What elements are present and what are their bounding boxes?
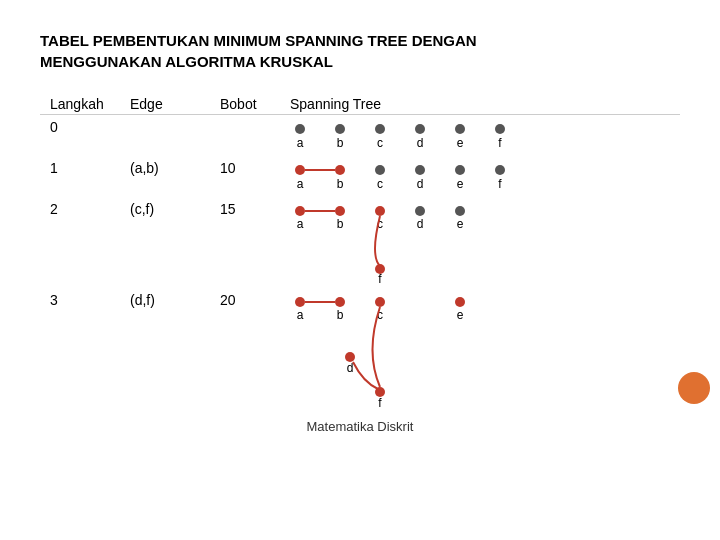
bobot-3: 20 (210, 288, 280, 409)
svg-text:b: b (337, 177, 344, 191)
svg-text:e: e (457, 177, 464, 191)
svg-point-32 (415, 206, 425, 216)
page-container: Tabel Pembentukan Minimum Spanning Tree … (0, 0, 720, 454)
svg-point-15 (335, 165, 345, 175)
graph-3: a b c e d (280, 288, 680, 409)
svg-point-23 (495, 165, 505, 175)
graph-2: a b c d e (280, 197, 680, 288)
svg-text:d: d (417, 217, 424, 231)
svg-text:c: c (377, 136, 383, 150)
svg-point-8 (455, 124, 465, 134)
svg-point-45 (455, 297, 465, 307)
svg-text:d: d (417, 177, 424, 191)
main-table: Langkah Edge Bobot Spanning Tree 0 a (40, 92, 680, 409)
table-row: 3 (d,f) 20 a b c (40, 288, 680, 409)
svg-point-25 (295, 206, 305, 216)
step-3: 3 (40, 288, 120, 409)
svg-text:e: e (457, 308, 464, 322)
edge-1: (a,b) (120, 156, 210, 197)
svg-point-0 (295, 124, 305, 134)
svg-text:b: b (337, 308, 344, 322)
svg-text:f: f (378, 396, 382, 410)
svg-text:a: a (297, 177, 304, 191)
orange-circle-decoration[interactable] (678, 372, 710, 404)
edge-3: (d,f) (120, 288, 210, 409)
step-2: 2 (40, 197, 120, 288)
footer-text: Matematika Diskrit (40, 419, 680, 434)
svg-point-34 (455, 206, 465, 216)
header-edge: Edge (120, 92, 210, 115)
step-1: 1 (40, 156, 120, 197)
bobot-0 (210, 115, 280, 157)
svg-text:d: d (347, 361, 354, 375)
svg-text:e: e (457, 136, 464, 150)
graph-svg-1: a b c d e f (290, 160, 530, 190)
svg-point-10 (495, 124, 505, 134)
svg-point-19 (415, 165, 425, 175)
svg-point-43 (375, 297, 385, 307)
svg-text:b: b (337, 136, 344, 150)
header-bobot: Bobot (210, 92, 280, 115)
header-langkah: Langkah (40, 92, 120, 115)
svg-text:e: e (457, 217, 464, 231)
svg-text:f: f (498, 136, 502, 150)
step-0: 0 (40, 115, 120, 157)
svg-point-21 (455, 165, 465, 175)
svg-text:f: f (378, 272, 382, 286)
table-row: 1 (a,b) 10 a b c d (40, 156, 680, 197)
svg-text:b: b (337, 217, 344, 231)
header-spanning: Spanning Tree (280, 92, 680, 115)
svg-point-28 (335, 206, 345, 216)
edge-2: (c,f) (120, 197, 210, 288)
svg-text:f: f (498, 177, 502, 191)
svg-text:d: d (417, 136, 424, 150)
svg-point-4 (375, 124, 385, 134)
svg-point-41 (335, 297, 345, 307)
svg-point-2 (335, 124, 345, 134)
edge-0 (120, 115, 210, 157)
bobot-1: 10 (210, 156, 280, 197)
svg-point-38 (295, 297, 305, 307)
page-title: Tabel Pembentukan Minimum Spanning Tree … (40, 30, 680, 72)
svg-text:a: a (297, 136, 304, 150)
svg-point-12 (295, 165, 305, 175)
graph-svg-3: a b c e d (290, 292, 590, 402)
svg-point-17 (375, 165, 385, 175)
svg-point-6 (415, 124, 425, 134)
svg-text:c: c (377, 177, 383, 191)
table-row: 2 (c,f) 15 a b c (40, 197, 680, 288)
table-row: 0 a b c d e (40, 115, 680, 157)
graph-1: a b c d e f (280, 156, 680, 197)
graph-0: a b c d e f (280, 115, 680, 157)
graph-svg-0: a b c d e f (290, 119, 530, 149)
bobot-2: 15 (210, 197, 280, 288)
svg-text:a: a (297, 217, 304, 231)
svg-text:a: a (297, 308, 304, 322)
graph-svg-2: a b c d e (290, 201, 570, 281)
svg-point-30 (375, 206, 385, 216)
